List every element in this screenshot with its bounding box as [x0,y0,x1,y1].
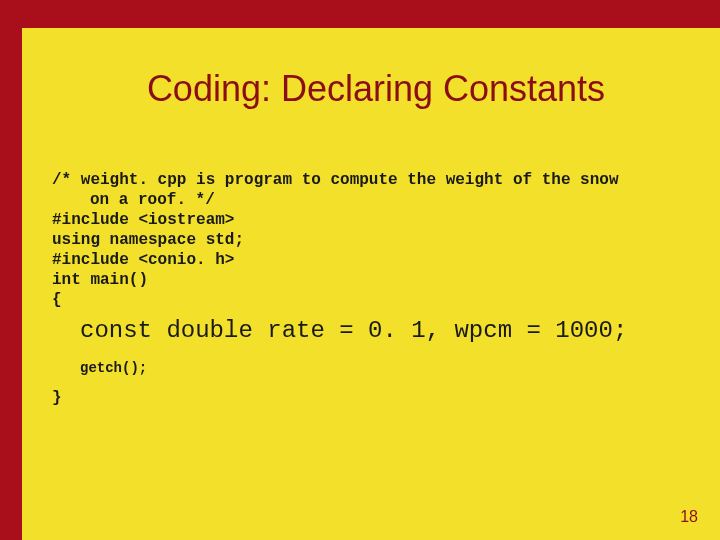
page-number: 18 [680,508,698,526]
code-comment-line1: /* weight. cpp is program to compute the… [52,171,619,189]
code-line-using-namespace: using namespace std; [52,231,244,249]
code-line-close-brace: } [52,378,700,408]
code-block: /* weight. cpp is program to compute the… [52,150,700,408]
code-line-const: const double rate = 0. 1, wpcm = 1000; [52,310,700,346]
slide-body: Coding: Declaring Constants /* weight. c… [22,28,720,540]
code-line-main: int main() [52,271,148,289]
code-comment-line2: on a roof. */ [52,190,700,210]
slide-container: Coding: Declaring Constants /* weight. c… [0,0,720,540]
code-line-include-conio: #include <conio. h> [52,251,234,269]
slide-title: Coding: Declaring Constants [52,68,700,110]
code-line-getch: getch(); [52,346,700,378]
code-line-open-brace: { [52,291,62,309]
code-line-include-iostream: #include <iostream> [52,211,234,229]
